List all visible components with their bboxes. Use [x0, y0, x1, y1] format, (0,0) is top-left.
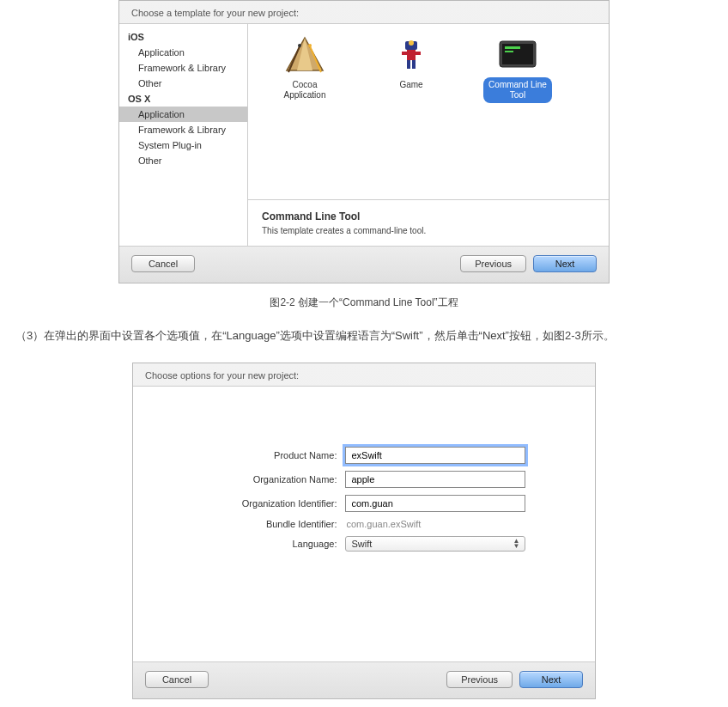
label-organization-identifier: Organization Identifier:: [133, 498, 345, 509]
sidebar-item-ios-application[interactable]: Application: [119, 45, 247, 60]
label-bundle-identifier: Bundle Identifier:: [133, 519, 345, 529]
input-organization-identifier[interactable]: [345, 495, 525, 512]
sidebar-group-osx: OS X: [119, 91, 247, 107]
label-organization-name: Organization Name:: [133, 474, 345, 485]
dialog-header: Choose a template for your new project:: [119, 1, 609, 23]
row-bundle-identifier: Bundle Identifier: com.guan.exSwift: [133, 519, 595, 529]
dialog-footer: Cancel Previous Next: [119, 247, 609, 283]
sidebar-item-ios-framework[interactable]: Framework & Library: [119, 60, 247, 76]
template-sidebar: iOS Application Framework & Library Othe…: [119, 24, 248, 246]
row-organization-name: Organization Name:: [133, 471, 595, 488]
svg-point-4: [298, 44, 301, 47]
template-label: Game: [394, 77, 428, 93]
sidebar-item-osx-application[interactable]: Application: [119, 107, 247, 122]
instruction-text: （3）在弹出的界面中设置各个选项值，在“Language”选项中设置编程语言为“…: [0, 326, 728, 345]
game-icon: [387, 36, 435, 74]
template-label: Command Line Tool: [483, 77, 552, 103]
select-language[interactable]: Swift ▲▼: [345, 536, 525, 552]
cocoa-application-icon: [281, 36, 329, 74]
previous-button[interactable]: Previous: [460, 255, 526, 272]
input-organization-name[interactable]: [345, 471, 525, 488]
project-options-dialog: Choose options for your new project: Pro…: [132, 363, 596, 699]
value-bundle-identifier: com.guan.exSwift: [345, 519, 421, 529]
svg-point-5: [308, 44, 312, 47]
sidebar-item-osx-other[interactable]: Other: [119, 153, 247, 168]
next-button[interactable]: Next: [533, 255, 597, 272]
command-line-tool-icon: [494, 36, 542, 74]
sidebar-item-osx-plugin[interactable]: System Plug-in: [119, 137, 247, 153]
svg-rect-12: [412, 60, 416, 69]
label-language: Language:: [133, 539, 345, 549]
cancel-button[interactable]: Cancel: [131, 255, 195, 272]
select-language-value: Swift: [351, 539, 372, 549]
dialog-header: Choose options for your new project:: [133, 363, 595, 386]
svg-rect-16: [505, 51, 513, 52]
previous-button[interactable]: Previous: [446, 671, 513, 688]
svg-rect-9: [402, 52, 407, 55]
options-body: Product Name: Organization Name: Organiz…: [133, 386, 595, 662]
templates-panel: Cocoa Application Game Command Line Tool…: [248, 24, 609, 246]
svg-point-7: [409, 40, 414, 46]
label-product-name: Product Name:: [133, 450, 345, 460]
template-grid: Cocoa Application Game Command Line Tool: [248, 24, 609, 199]
select-arrows-icon: ▲▼: [513, 539, 520, 549]
row-language: Language: Swift ▲▼: [133, 536, 595, 552]
figure-caption-1: 图2-2 创建一个“Command Line Tool”工程: [0, 296, 728, 310]
row-organization-identifier: Organization Identifier:: [133, 495, 595, 512]
template-label: Cocoa Application: [279, 77, 331, 103]
next-button[interactable]: Next: [519, 671, 583, 688]
row-product-name: Product Name:: [133, 447, 595, 464]
sidebar-group-ios: iOS: [119, 29, 247, 45]
svg-rect-11: [407, 60, 410, 69]
sidebar-item-ios-other[interactable]: Other: [119, 76, 247, 91]
svg-rect-8: [407, 50, 416, 60]
svg-rect-15: [505, 46, 520, 49]
cancel-button[interactable]: Cancel: [145, 671, 209, 688]
sidebar-item-osx-framework[interactable]: Framework & Library: [119, 122, 247, 137]
template-description: Command Line Tool This template creates …: [248, 199, 609, 246]
dialog-body: iOS Application Framework & Library Othe…: [119, 23, 609, 247]
template-desc-text: This template creates a command-line too…: [262, 226, 595, 235]
template-cocoa-application[interactable]: Cocoa Application: [265, 36, 344, 103]
template-game[interactable]: Game: [372, 36, 451, 93]
input-product-name[interactable]: [345, 447, 525, 464]
svg-rect-10: [416, 52, 421, 55]
template-command-line-tool[interactable]: Command Line Tool: [478, 36, 557, 103]
template-chooser-dialog: Choose a template for your new project: …: [118, 0, 610, 283]
dialog-footer: Cancel Previous Next: [133, 662, 595, 698]
template-desc-title: Command Line Tool: [262, 210, 595, 222]
